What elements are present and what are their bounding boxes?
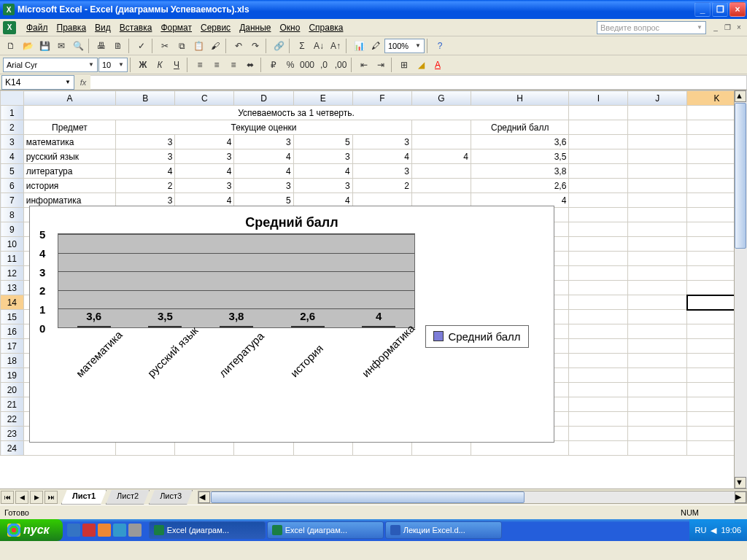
taskbar-item[interactable]: Лекции Excel.d... <box>385 521 502 539</box>
fontsize-combo[interactable]: 10▼ <box>98 58 128 72</box>
cell[interactable]: 5 <box>293 135 352 149</box>
name-box[interactable]: K14▼ <box>1 75 74 90</box>
cell[interactable]: 4 <box>411 149 471 164</box>
horizontal-scrollbar[interactable]: ◀ ▶ <box>198 491 747 504</box>
copy-icon[interactable]: ⧉ <box>174 38 190 54</box>
cell[interactable]: 3 <box>234 135 293 149</box>
row-header[interactable]: 18 <box>1 354 24 368</box>
ie-icon[interactable] <box>67 524 80 537</box>
scroll-thumb[interactable] <box>735 103 746 249</box>
cell[interactable]: 3,8 <box>471 164 569 179</box>
col-header[interactable]: I <box>569 91 628 106</box>
inc-indent-icon[interactable]: ⇥ <box>373 57 389 73</box>
tray-icon[interactable]: ◀ <box>711 526 716 535</box>
menu-view[interactable]: Вид <box>90 21 115 34</box>
chart-icon[interactable]: 📊 <box>351 38 367 54</box>
row-header[interactable]: 8 <box>1 208 24 222</box>
comma-icon[interactable]: 000 <box>299 57 315 73</box>
ask-question-box[interactable]: Введите вопрос▼ <box>597 21 706 34</box>
cell[interactable]: 3 <box>116 135 175 149</box>
row-header[interactable]: 13 <box>1 281 24 295</box>
col-header[interactable]: C <box>175 91 234 106</box>
scroll-left-icon[interactable]: ◀ <box>198 491 210 503</box>
doc-restore-button[interactable]: ❐ <box>722 23 732 33</box>
row-header[interactable]: 24 <box>1 441 24 456</box>
scroll-right-icon[interactable]: ▶ <box>735 491 746 503</box>
col-header[interactable]: B <box>116 91 175 106</box>
embedded-chart[interactable]: Средний балл 543210 3,63,53,82,64 матема… <box>29 206 554 443</box>
cell[interactable]: 3 <box>352 164 411 179</box>
row-header[interactable]: 9 <box>1 222 24 237</box>
scroll-down-icon[interactable]: ▼ <box>735 477 746 489</box>
row-header[interactable]: 3 <box>1 135 24 149</box>
sum-icon[interactable]: Σ <box>294 38 310 54</box>
cell[interactable]: 3,6 <box>471 135 569 149</box>
sort-desc-icon[interactable]: A↑ <box>328 38 344 54</box>
cell[interactable]: 3 <box>293 149 352 164</box>
row-header[interactable]: 1 <box>1 106 24 120</box>
cell[interactable]: литература <box>23 164 115 179</box>
col-header[interactable]: J <box>628 91 687 106</box>
menu-edit[interactable]: Правка <box>53 21 91 34</box>
zoom-combo[interactable]: 100%▼ <box>384 39 425 53</box>
cell[interactable]: 2 <box>352 179 411 193</box>
row-header[interactable]: 6 <box>1 179 24 193</box>
cell[interactable]: 4 <box>116 164 175 179</box>
doc-minimize-button[interactable]: _ <box>711 23 721 33</box>
cell[interactable]: 3 <box>234 179 293 193</box>
system-tray[interactable]: RU ◀ 19:06 <box>689 519 747 541</box>
col-header[interactable]: A <box>23 91 115 106</box>
row-header[interactable]: 20 <box>1 383 24 397</box>
cell[interactable]: 4 <box>175 135 234 149</box>
menu-window[interactable]: Окно <box>275 21 304 34</box>
cell[interactable]: 3 <box>175 149 234 164</box>
save-icon[interactable]: 💾 <box>36 38 53 54</box>
row-header[interactable]: 10 <box>1 237 24 252</box>
borders-icon[interactable]: ⊞ <box>396 57 412 73</box>
col-header[interactable]: H <box>471 91 569 106</box>
scroll-thumb[interactable] <box>211 491 525 503</box>
redo-icon[interactable]: ↷ <box>247 38 263 54</box>
menu-format[interactable]: Формат <box>156 21 196 34</box>
cell[interactable]: 3 <box>116 149 175 164</box>
vertical-scrollbar[interactable]: ▲ ▼ <box>734 90 747 489</box>
cell[interactable]: 4 <box>234 149 293 164</box>
tab-last-icon[interactable]: ⏭ <box>44 491 58 504</box>
align-center-icon[interactable]: ≡ <box>209 57 225 73</box>
row-header[interactable]: 17 <box>1 339 24 354</box>
menu-data[interactable]: Данные <box>235 21 275 34</box>
cell[interactable]: 2,6 <box>471 179 569 193</box>
row-header[interactable]: 15 <box>1 310 24 324</box>
row-header[interactable]: 16 <box>1 324 24 339</box>
row-header[interactable]: 14 <box>1 295 24 310</box>
cell[interactable]: 3 <box>293 179 352 193</box>
row-header[interactable]: 22 <box>1 412 24 427</box>
start-button[interactable]: пуск <box>0 519 63 541</box>
app-icon[interactable] <box>82 524 96 537</box>
formula-input[interactable] <box>90 75 747 90</box>
cell[interactable]: история <box>23 179 115 193</box>
col-header[interactable]: D <box>234 91 293 106</box>
cell[interactable]: 4 <box>234 164 293 179</box>
italic-icon[interactable]: К <box>152 57 168 73</box>
font-combo[interactable]: Arial Cyr▼ <box>3 58 98 72</box>
taskbar-item[interactable]: Excel (диаграм... <box>267 521 384 539</box>
app-icon[interactable]: X <box>3 21 16 34</box>
open-icon[interactable]: 📂 <box>20 38 36 54</box>
mail-icon[interactable]: ✉ <box>53 38 69 54</box>
col-header[interactable]: E <box>293 91 352 106</box>
undo-icon[interactable]: ↶ <box>231 38 247 54</box>
select-all-corner[interactable] <box>1 91 24 106</box>
inc-decimal-icon[interactable]: ,0 <box>316 57 332 73</box>
taskbar-item[interactable]: Excel (диаграм... <box>149 521 266 539</box>
cell[interactable]: 4 <box>352 149 411 164</box>
cell[interactable]: Текущие оценки <box>116 120 412 135</box>
fill-color-icon[interactable]: ◢ <box>413 57 429 73</box>
menu-insert[interactable]: Вставка <box>115 21 157 34</box>
firefox-icon[interactable] <box>98 524 111 537</box>
close-button[interactable]: × <box>729 2 746 17</box>
cut-icon[interactable]: ✂ <box>157 38 173 54</box>
menu-tools[interactable]: Сервис <box>196 21 235 34</box>
search-icon[interactable]: 🔍 <box>70 38 86 54</box>
sheet-tab-2[interactable]: Лист2 <box>106 490 150 505</box>
